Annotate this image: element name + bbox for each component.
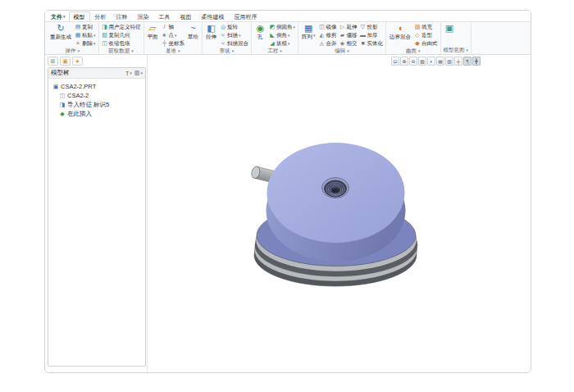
相交-button[interactable]: ◈相交 (339, 39, 358, 48)
用户定义特征-button[interactable]: ◨用户定义特征 (102, 23, 141, 31)
group-label-text: 基准 (166, 48, 176, 55)
group-label-形状[interactable]: 形状▾ (205, 48, 248, 55)
group-label-操作[interactable]: 操作▾ (49, 48, 96, 55)
删除-button[interactable]: ×删除▾ (75, 39, 96, 48)
chevron-down-icon: ▾ (347, 49, 349, 53)
合并-button[interactable]: ◬合并 (319, 39, 337, 48)
round-icon: ◩ (269, 24, 276, 30)
倒圆角-button[interactable]: ◩倒圆角▾ (269, 23, 295, 31)
chevron-down-icon: ▾ (130, 71, 132, 75)
tab-视图[interactable]: 视图 (175, 11, 197, 21)
轴-button[interactable]: /轴 (162, 23, 185, 31)
freestyle-icon: ◆ (414, 40, 421, 47)
tree-item-label: CSA2-2 (67, 92, 89, 99)
复制-button[interactable]: ▤复制 (75, 23, 96, 31)
tab-注释[interactable]: 注释 (112, 11, 133, 21)
file-menu-button[interactable]: 文件 ▾ (48, 12, 69, 21)
favorites-tab[interactable]: ★ (72, 57, 83, 66)
修剪-button[interactable]: ◭修剪 (319, 31, 337, 39)
tree-item-在此插入[interactable]: ◆在此插入 (59, 109, 144, 118)
button-label: 旋转 (227, 24, 238, 31)
boundary-blend-icon: ◖ (398, 23, 403, 34)
offset-icon: ▰ (339, 32, 346, 39)
group-label-模型意图[interactable]: 模型意图▾ (444, 47, 469, 54)
粘贴-button[interactable]: ▦粘贴▾ (75, 31, 96, 39)
hole-icon: ◉ (257, 23, 265, 34)
偏移-button[interactable]: ▰偏移 (339, 31, 358, 39)
tab-应用程序[interactable]: 应用程序 (230, 11, 262, 21)
tab-分析[interactable]: 分析 (90, 11, 112, 21)
chevron-down-icon: ▾ (93, 42, 96, 46)
group-label-曲面[interactable]: 曲面▾ (389, 48, 438, 55)
孔-button[interactable]: ◉孔 (254, 23, 266, 39)
chevron-down-icon: ▾ (131, 49, 134, 53)
延伸-button[interactable]: ▷延伸 (339, 23, 358, 31)
投影-button[interactable]: ▽投影 (360, 23, 384, 31)
平面-button[interactable]: ▱平面 (147, 23, 159, 39)
复制几何-button[interactable]: ▧复制几何 (102, 31, 141, 39)
group-label-获取数据[interactable]: 获取数据▾ (102, 48, 141, 55)
扫描-button[interactable]: ≈扫描▾ (220, 31, 248, 39)
import-feature-icon: ◨ (59, 102, 66, 108)
自由式-button[interactable]: ◆自由式 (414, 39, 438, 48)
实体化-button[interactable]: ■实体化 (360, 39, 384, 48)
part-icon: ▣ (52, 84, 59, 90)
button-label: 复制 (82, 24, 93, 31)
镜像-button[interactable]: ◫镜像 (319, 23, 337, 31)
tree-filters-button[interactable]: T▾ (125, 70, 132, 76)
group-label-编辑[interactable]: 编辑▾ (301, 48, 383, 55)
重新生成-button[interactable]: ↻重新生成 (49, 23, 72, 39)
tree-item-导入特征 标识5[interactable]: ◨导入特征 标识5 (59, 100, 144, 109)
ribbon-column: ◎旋转≈扫描▾≈扫描混合 (220, 23, 248, 48)
边界混合-button[interactable]: ◖边界混合 (389, 23, 412, 39)
publish-geometry-button[interactable]: ▣ (444, 23, 456, 34)
paste-icon: ▦ (75, 32, 81, 39)
plane-icon: ▱ (149, 23, 156, 34)
chevron-down-icon: ▾ (288, 34, 290, 38)
tab-模型[interactable]: 模型 (69, 11, 90, 21)
chevron-down-icon: ▾ (467, 48, 469, 52)
model-tree: ▣CSA2-2.PRT◫CSA2-2◨导入特征 标识5◆在此插入 (48, 79, 145, 121)
folder-browser-tab[interactable]: ▣ (60, 57, 71, 66)
group-label-text: 形状 (220, 48, 230, 55)
navigator-panel: 模型树 T▾▥▾ ▣CSA2-2.PRT◫CSA2-2◨导入特征 标识5◆在此插… (48, 67, 146, 367)
group-label-text: 操作 (66, 48, 76, 55)
chevron-down-icon: ▾ (140, 71, 143, 75)
user-defined-feature-icon: ◨ (102, 24, 108, 30)
填充-button[interactable]: ▨填充 (414, 23, 438, 31)
ribbon-column: ◩倒圆角▾◣倒角▾◢拔模▾ (269, 23, 295, 48)
阵列-button[interactable]: ▦阵列▾ (301, 23, 317, 39)
navigator-tree-tab[interactable]: ⊞ (48, 57, 58, 66)
button-label: 实体化 (367, 40, 384, 48)
坐标系-button[interactable]: ┼坐标系 (162, 39, 185, 48)
ribbon-column: ▽投影▬加厚■实体化 (360, 23, 384, 48)
graphics-area[interactable]: ⊡⊕⊖▧◐▤▥┼¶╋ (148, 55, 531, 372)
button-label: 扫描 (227, 32, 238, 39)
3d-model-viewport[interactable] (148, 55, 531, 373)
thicken-icon: ▬ (360, 32, 367, 39)
model-csa2-2[interactable] (250, 143, 417, 286)
tree-item-CSA2-2[interactable]: ◫CSA2-2 (59, 91, 144, 100)
tab-柔性建模[interactable]: 柔性建模 (197, 11, 230, 21)
拉伸-button[interactable]: ◧拉伸 (205, 23, 217, 39)
收缩包络-button[interactable]: ◫收缩包络 (102, 39, 141, 48)
group-label-工程[interactable]: 工程▾ (254, 48, 295, 55)
group-label-text: 获取数据 (108, 48, 130, 55)
tab-渲染[interactable]: 渲染 (133, 11, 154, 21)
tree-item-CSA2-2.PRT[interactable]: ▣CSA2-2.PRT (52, 82, 144, 91)
tree-columns-button[interactable]: ▥▾ (134, 70, 143, 76)
造型-button[interactable]: ◇造型 (414, 31, 438, 39)
tab-工具[interactable]: 工具 (154, 11, 175, 21)
group-label-基准[interactable]: 基准▾ (147, 48, 200, 55)
点-button[interactable]: ∗点▾ (162, 31, 185, 39)
chevron-down-icon: ▾ (178, 49, 180, 53)
favorites-icon: ★ (75, 58, 80, 64)
tree-item-label: 导入特征 标识5 (67, 101, 109, 109)
倒角-button[interactable]: ◣倒角▾ (269, 31, 295, 39)
拔模-button[interactable]: ◢拔模▾ (269, 39, 295, 48)
旋转-button[interactable]: ◎旋转 (220, 23, 248, 31)
扫描混合-button[interactable]: ≈扫描混合 (220, 39, 248, 48)
加厚-button[interactable]: ▬加厚 (360, 31, 384, 39)
草绘-button[interactable]: ~草绘 (187, 23, 199, 39)
chamfer-icon: ◣ (269, 32, 276, 39)
